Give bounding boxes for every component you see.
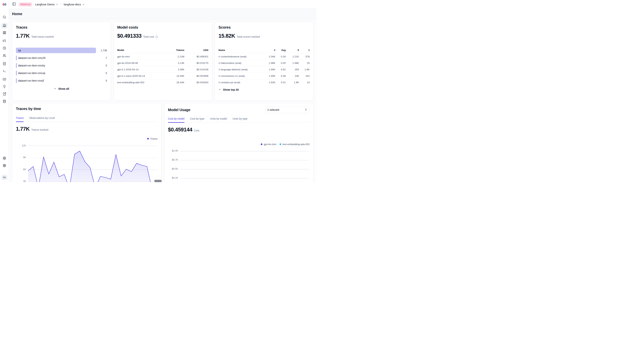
- sidebar-item-search[interactable]: [1, 15, 8, 20]
- traces-total-label: Total traces tracked: [31, 35, 54, 38]
- app-root: FK PROD-EU Langfuse Demo / langfuse-docs…: [0, 0, 317, 182]
- y-axis-tick: 90: [16, 156, 26, 159]
- trace-name: dataset-run-item-cmc29: [18, 56, 46, 60]
- legend-dot-gpt-4o-mini: [261, 144, 262, 145]
- sidebar-item-users[interactable]: [1, 53, 8, 59]
- chevron-down-icon: [218, 88, 221, 91]
- table-row: gpt-4.1-2025-04-14 3.38K $0.014108: [117, 66, 209, 72]
- usd-value: $0.002843: [184, 79, 208, 86]
- model-usage-title: Model Usage: [168, 108, 190, 112]
- y-axis-tick: 30: [16, 180, 26, 182]
- trace-name: qa: [18, 49, 21, 52]
- terminal-icon: [3, 69, 6, 74]
- legend-label: Traces: [150, 137, 158, 140]
- scores-card-title: Scores: [218, 25, 310, 30]
- trace-row: dataset-run-item-cmcjf 5: [16, 78, 107, 84]
- gear-icon: [3, 156, 6, 161]
- traces-tracked-value: 1.77K: [16, 126, 30, 132]
- score-one: 1.6K: [299, 66, 310, 72]
- y-axis-tick: $0.50: [168, 168, 178, 170]
- sidebar-item-dashboards[interactable]: [1, 30, 8, 36]
- show-all-label: Show all: [58, 87, 69, 90]
- tab-traces[interactable]: Traces: [16, 115, 24, 122]
- users-icon: [3, 54, 6, 58]
- main-column: PROD-EU Langfuse Demo / langfuse-docs Ho…: [9, 0, 317, 182]
- column-header: USD: [184, 49, 208, 53]
- sidebar-toggle-button[interactable]: [12, 2, 16, 6]
- sidebar-item-prompts[interactable]: [1, 61, 8, 67]
- usd-value: $0.014108: [184, 66, 208, 72]
- legend-label: gpt-4o-mini: [264, 143, 276, 146]
- score-count: 1.96K: [264, 60, 275, 66]
- horizontal-scrollbar-thumb[interactable]: [154, 180, 162, 182]
- sidebar-item-playground[interactable]: [1, 69, 8, 74]
- trace-bar: [16, 63, 17, 68]
- sidebar-item-tracing[interactable]: [1, 38, 8, 44]
- tokens-value: 3.13K: [162, 60, 184, 66]
- tab-observations-by-level[interactable]: Observations by Level: [29, 115, 55, 122]
- usd-value: $0.456301: [184, 53, 208, 60]
- topbar: PROD-EU Langfuse Demo / langfuse-docs: [9, 0, 317, 9]
- model-name: text-embedding-ada-002: [117, 79, 162, 86]
- model-select[interactable]: 2 selected: [265, 106, 310, 113]
- tab-units-by-model[interactable]: Units by model: [210, 116, 227, 122]
- sidebar-item-llm-as-judge[interactable]: [1, 84, 8, 90]
- notebook-pen-icon: [3, 92, 6, 96]
- show-all-button[interactable]: Show all: [16, 87, 107, 90]
- score-name: # conciseness-v1 (eval): [218, 72, 264, 79]
- model-name: gpt-4o-2024-08-06: [117, 60, 162, 66]
- y-axis-tick: 60: [16, 168, 26, 171]
- model-costs-total: $0.491333: [117, 33, 142, 39]
- org-selector[interactable]: Langfuse Demo: [35, 3, 58, 6]
- trace-count: 7: [96, 56, 107, 60]
- y-axis-tick: $0.25: [168, 176, 178, 179]
- trace-bar: [16, 78, 17, 83]
- traces-area-svg: [28, 142, 157, 182]
- sidebar-nav: [1, 15, 8, 104]
- sidebar-item-annotation[interactable]: [1, 92, 8, 97]
- database-icon: [3, 100, 6, 104]
- panel-left-icon: [12, 2, 16, 7]
- sidebar-bottom: FK: [1, 156, 8, 182]
- score-count: 2.04K: [264, 53, 275, 60]
- score-zero: 1.21K: [286, 53, 299, 60]
- tab-cost-by-type[interactable]: Cost by type: [190, 116, 204, 122]
- sidebar-item-settings[interactable]: [1, 156, 8, 161]
- trace-row: qa 1,736: [16, 48, 107, 53]
- score-count: 1.95K: [264, 66, 275, 72]
- score-one: 576: [299, 53, 310, 60]
- score-count: 1.92K: [264, 79, 275, 86]
- trace-count: 5: [96, 72, 107, 74]
- score-one: 25: [299, 60, 310, 66]
- tokens-value: 14.45K: [162, 72, 184, 79]
- sidebar-item-home[interactable]: [1, 23, 8, 28]
- chart-legend: Traces: [16, 137, 158, 140]
- score-one: 242: [299, 72, 310, 79]
- traces-by-time-tabs: Traces Observations by Level: [16, 115, 158, 122]
- model-name: gpt-4.1-2025-04-14: [117, 66, 162, 72]
- chevrons-up-down-icon: [305, 108, 307, 112]
- project-selector[interactable]: langfuse-docs: [64, 3, 85, 6]
- table-row: # conciseness-v1 (eval) 1.95K 0.48 240 2…: [218, 72, 310, 79]
- info-icon[interactable]: [155, 36, 158, 38]
- avatar[interactable]: FK: [2, 174, 7, 180]
- org-name: Langfuse Demo: [35, 3, 55, 6]
- show-top-20-button[interactable]: Show top 20: [218, 88, 310, 91]
- cost-value: $0.459144: [168, 126, 192, 133]
- percent-board-icon: [3, 77, 6, 82]
- file-braces-icon: [3, 62, 6, 66]
- sidebar-item-datasets[interactable]: [1, 99, 8, 104]
- sidebar-item-evaluation[interactable]: [1, 77, 8, 82]
- table-row: gpt-4.1-nano-2025-04-14 14.45K $0.002906: [117, 72, 209, 79]
- column-header: 0: [286, 49, 299, 53]
- search-icon: [3, 15, 6, 20]
- model-select-value: 2 selected: [267, 108, 279, 111]
- score-name: # contains-pii (eval): [218, 79, 264, 86]
- model-costs-card-title: Model costs: [117, 25, 209, 30]
- score-avg: 0.05: [275, 60, 286, 66]
- tab-cost-by-model[interactable]: Cost by model: [168, 116, 185, 122]
- sidebar-item-support[interactable]: [1, 163, 8, 169]
- tab-units-by-type[interactable]: Units by type: [233, 116, 247, 122]
- sidebar-item-sessions[interactable]: [1, 46, 8, 51]
- tokens-value: 3.38K: [162, 66, 184, 72]
